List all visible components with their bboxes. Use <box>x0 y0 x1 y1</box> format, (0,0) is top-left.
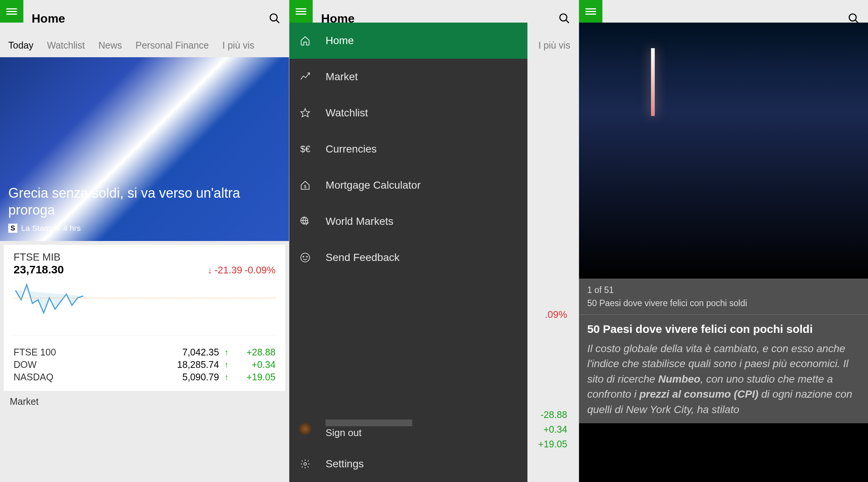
article-counter: 1 of 51 <box>587 285 860 295</box>
sidebar-item-feedback[interactable]: Send Feedback <box>289 239 527 276</box>
panel-article: 1 of 51 50 Paesi dove vivere felici con … <box>579 0 868 482</box>
sidebar-item-label: Settings <box>326 458 364 470</box>
source-icon: S <box>8 224 17 233</box>
avatar <box>299 423 311 435</box>
peek-change: .09% <box>545 309 567 320</box>
section-label: Market <box>0 391 289 407</box>
sidebar-item-label: World Markets <box>326 215 393 227</box>
svg-point-10 <box>304 463 307 465</box>
sidebar-user[interactable]: Sign out <box>289 412 527 446</box>
sparkline <box>14 279 275 336</box>
hero-source: La Stampa <box>21 224 60 233</box>
content-peek: .09% -28.88 +0.34 +19.05 <box>527 57 578 482</box>
arrow-up-icon: ↑ <box>219 372 234 382</box>
hamburger-button[interactable] <box>0 0 23 23</box>
star-icon <box>299 107 311 119</box>
tab-bar: Today Watchlist News Personal Finance I … <box>0 37 289 57</box>
article-subtitle: 50 Paesi dove vivere felici con pochi so… <box>587 298 860 308</box>
tab-personal-finance[interactable]: Personal Finance <box>136 40 209 51</box>
market-icon <box>299 71 311 83</box>
sidebar-item-world-markets[interactable]: World Markets <box>289 203 527 239</box>
hero-meta: S La Stampa 4 hrs <box>8 224 281 233</box>
arrow-down-icon: ↓ <box>208 265 212 276</box>
tab-news[interactable]: News <box>98 40 122 51</box>
sidebar-item-home[interactable]: Home <box>289 23 527 59</box>
panel-home: Home Today Watchlist News Personal Finan… <box>0 0 289 482</box>
svg-point-9 <box>307 256 307 257</box>
search-icon[interactable] <box>269 12 281 24</box>
market-value: 23,718.30 <box>14 263 64 276</box>
svg-text:$: $ <box>304 184 307 189</box>
svg-point-11 <box>849 14 856 21</box>
arrow-up-icon: ↑ <box>219 360 234 370</box>
svg-marker-4 <box>301 108 310 117</box>
article-title: 50 Paesi dove vivere felici con pochi so… <box>587 321 860 337</box>
sidebar-item-currencies[interactable]: $€ Currencies <box>289 131 527 167</box>
header: Home <box>0 0 289 37</box>
feedback-icon <box>299 252 311 264</box>
sidebar-item-mortgage[interactable]: $ Mortgage Calculator <box>289 167 527 203</box>
article-body-container: 1 of 51 50 Paesi dove vivere felici con … <box>579 23 868 482</box>
sidebar-item-label: Home <box>326 35 354 47</box>
tab-today[interactable]: Today <box>8 40 34 51</box>
tab-watchlist[interactable]: Watchlist <box>47 40 85 51</box>
hamburger-button[interactable] <box>289 0 313 23</box>
sidebar-item-market[interactable]: Market <box>289 59 527 95</box>
market-change-pct: -0.09% <box>245 264 275 276</box>
svg-line-1 <box>276 20 279 23</box>
world-icon <box>299 215 311 227</box>
sidebar-item-label: Send Feedback <box>326 252 399 264</box>
mortgage-icon: $ <box>299 179 311 191</box>
svg-point-8 <box>303 256 304 257</box>
currency-icon: $€ <box>299 143 311 155</box>
sidebar-item-label: Watchlist <box>326 107 368 119</box>
svg-point-7 <box>301 253 310 262</box>
sidebar-item-watchlist[interactable]: Watchlist <box>289 95 527 131</box>
market-name: FTSE MIB <box>14 252 64 263</box>
svg-point-2 <box>560 14 567 21</box>
sidebar-item-label: Market <box>326 71 358 83</box>
sidebar: Home Market Watchlist $€ Currencies $ Mo… <box>289 23 527 482</box>
market-head: FTSE MIB 23,718.30 ↓ -21.39 -0.09% <box>14 252 275 276</box>
svg-line-3 <box>566 20 569 23</box>
page-title: Home <box>32 12 65 26</box>
panel-menu: Home tra .09% -28.88 +0.34 +19.05 x I pi… <box>289 0 579 482</box>
search-icon[interactable] <box>558 12 570 24</box>
sidebar-item-settings[interactable]: Settings <box>289 446 527 482</box>
arrow-up-icon: ↑ <box>219 348 234 357</box>
tab-more[interactable]: I più vis <box>222 40 254 51</box>
sign-out-label: Sign out <box>326 427 412 439</box>
market-row[interactable]: NASDAQ 5,090.79 ↑ +19.05 <box>14 372 275 383</box>
peek-rows: -28.88 +0.34 +19.05 <box>538 407 567 451</box>
sidebar-item-label: Currencies <box>326 143 376 155</box>
article-meta: 1 of 51 50 Paesi dove vivere felici con … <box>579 279 868 314</box>
article-text[interactable]: 50 Paesi dove vivere felici con pochi so… <box>579 314 868 423</box>
user-name-redacted <box>326 419 412 426</box>
sidebar-item-label: Mortgage Calculator <box>326 179 420 191</box>
tab-more-peek[interactable]: I più vis <box>538 40 570 51</box>
hamburger-button[interactable] <box>579 0 602 23</box>
svg-point-0 <box>270 14 277 21</box>
market-row[interactable]: DOW 18,285.74 ↑ +0.34 <box>14 359 275 370</box>
hero-story[interactable]: Grecia senza soldi, si va verso un'altra… <box>0 57 289 241</box>
home-icon <box>299 35 311 47</box>
article-paragraph: Il costo globale della vita è cambiato, … <box>587 341 860 418</box>
market-card[interactable]: FTSE MIB 23,718.30 ↓ -21.39 -0.09% FTSE … <box>4 245 285 391</box>
market-rows: FTSE 100 7,042.35 ↑ +28.88 DOW 18,285.74… <box>14 347 275 383</box>
hero-title: Grecia senza soldi, si va verso un'altra… <box>8 185 254 218</box>
gear-icon <box>299 458 311 470</box>
market-row[interactable]: FTSE 100 7,042.35 ↑ +28.88 <box>14 347 275 358</box>
market-change: -21.39 <box>214 264 242 276</box>
article-image[interactable] <box>579 23 868 279</box>
hero-age: 4 hrs <box>63 224 81 233</box>
